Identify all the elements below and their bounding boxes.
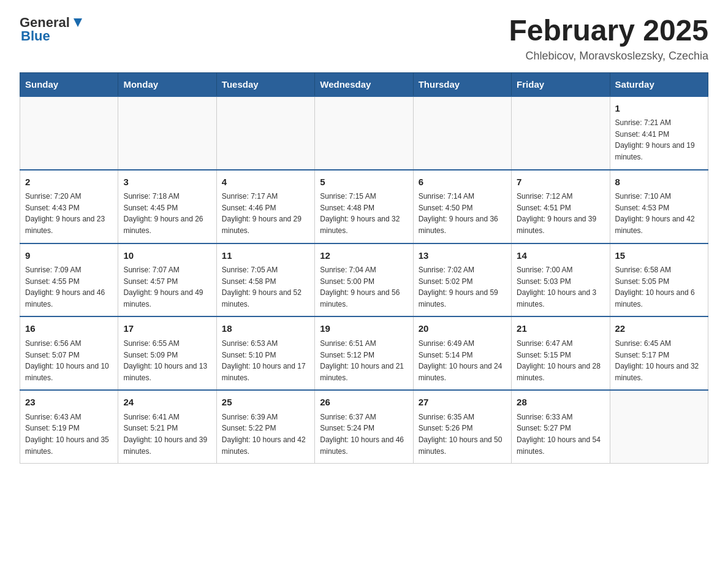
day-number: 27 bbox=[419, 396, 506, 410]
day-number: 9 bbox=[25, 249, 113, 263]
day-info: Sunrise: 6:55 AMSunset: 5:09 PMDaylight:… bbox=[123, 338, 211, 383]
calendar-cell: 21Sunrise: 6:47 AMSunset: 5:15 PMDayligh… bbox=[512, 316, 610, 390]
day-number: 21 bbox=[517, 322, 604, 336]
calendar-cell: 25Sunrise: 6:39 AMSunset: 5:22 PMDayligh… bbox=[216, 390, 314, 463]
calendar-cell: 26Sunrise: 6:37 AMSunset: 5:24 PMDayligh… bbox=[315, 390, 413, 463]
month-title: February 2025 bbox=[509, 15, 708, 47]
day-info: Sunrise: 7:00 AMSunset: 5:03 PMDaylight:… bbox=[517, 264, 604, 310]
week-row-4: 16Sunrise: 6:56 AMSunset: 5:07 PMDayligh… bbox=[20, 316, 708, 390]
day-number: 8 bbox=[615, 175, 703, 190]
calendar-cell: 19Sunrise: 6:51 AMSunset: 5:12 PMDayligh… bbox=[315, 316, 413, 390]
calendar-cell: 8Sunrise: 7:10 AMSunset: 4:53 PMDaylight… bbox=[610, 170, 708, 243]
day-number: 1 bbox=[615, 102, 703, 116]
calendar-cell: 23Sunrise: 6:43 AMSunset: 5:19 PMDayligh… bbox=[20, 390, 118, 463]
day-info: Sunrise: 6:37 AMSunset: 5:24 PMDaylight:… bbox=[320, 412, 408, 457]
svg-marker-0 bbox=[74, 18, 82, 27]
day-info: Sunrise: 7:05 AMSunset: 4:58 PMDaylight:… bbox=[222, 264, 309, 310]
calendar-cell: 18Sunrise: 6:53 AMSunset: 5:10 PMDayligh… bbox=[216, 316, 314, 390]
day-info: Sunrise: 7:17 AMSunset: 4:46 PMDaylight:… bbox=[222, 191, 309, 236]
calendar-cell bbox=[20, 96, 118, 170]
week-row-1: 1Sunrise: 7:21 AMSunset: 4:41 PMDaylight… bbox=[20, 96, 708, 170]
day-number: 20 bbox=[419, 322, 506, 336]
day-number: 7 bbox=[517, 175, 604, 190]
calendar-cell bbox=[315, 96, 413, 170]
calendar-cell: 2Sunrise: 7:20 AMSunset: 4:43 PMDaylight… bbox=[20, 170, 118, 243]
week-row-2: 2Sunrise: 7:20 AMSunset: 4:43 PMDaylight… bbox=[20, 170, 708, 243]
weekday-header-row: SundayMondayTuesdayWednesdayThursdayFrid… bbox=[20, 72, 708, 96]
title-section: February 2025 Chlebicov, Moravskoslezsky… bbox=[509, 15, 708, 63]
week-row-5: 23Sunrise: 6:43 AMSunset: 5:19 PMDayligh… bbox=[20, 390, 708, 463]
day-info: Sunrise: 7:15 AMSunset: 4:48 PMDaylight:… bbox=[320, 191, 408, 236]
day-number: 11 bbox=[222, 249, 309, 263]
calendar-cell: 15Sunrise: 6:58 AMSunset: 5:05 PMDayligh… bbox=[610, 243, 708, 317]
weekday-header-thursday: Thursday bbox=[413, 72, 511, 96]
calendar-cell: 14Sunrise: 7:00 AMSunset: 5:03 PMDayligh… bbox=[512, 243, 610, 317]
calendar-cell bbox=[216, 96, 314, 170]
calendar-cell bbox=[118, 96, 216, 170]
weekday-header-tuesday: Tuesday bbox=[216, 72, 314, 96]
logo-blue-text: Blue bbox=[21, 28, 50, 44]
page-header: General Blue February 2025 Chlebicov, Mo… bbox=[20, 15, 708, 63]
calendar-cell: 22Sunrise: 6:45 AMSunset: 5:17 PMDayligh… bbox=[610, 316, 708, 390]
calendar-cell: 11Sunrise: 7:05 AMSunset: 4:58 PMDayligh… bbox=[216, 243, 314, 317]
day-number: 19 bbox=[320, 322, 408, 336]
day-number: 18 bbox=[222, 322, 309, 336]
calendar-cell: 12Sunrise: 7:04 AMSunset: 5:00 PMDayligh… bbox=[315, 243, 413, 317]
day-number: 13 bbox=[419, 249, 506, 263]
day-info: Sunrise: 6:35 AMSunset: 5:26 PMDaylight:… bbox=[419, 412, 506, 457]
weekday-header-friday: Friday bbox=[512, 72, 610, 96]
day-number: 28 bbox=[517, 396, 604, 410]
calendar-cell: 28Sunrise: 6:33 AMSunset: 5:27 PMDayligh… bbox=[512, 390, 610, 463]
calendar-cell bbox=[610, 390, 708, 463]
weekday-header-wednesday: Wednesday bbox=[315, 72, 413, 96]
weekday-header-monday: Monday bbox=[118, 72, 216, 96]
day-info: Sunrise: 7:07 AMSunset: 4:57 PMDaylight:… bbox=[123, 264, 211, 310]
day-info: Sunrise: 7:10 AMSunset: 4:53 PMDaylight:… bbox=[615, 191, 703, 236]
day-number: 6 bbox=[419, 175, 506, 190]
day-number: 2 bbox=[25, 175, 113, 190]
location-title: Chlebicov, Moravskoslezsky, Czechia bbox=[509, 50, 708, 63]
day-number: 17 bbox=[123, 322, 211, 336]
day-info: Sunrise: 6:49 AMSunset: 5:14 PMDaylight:… bbox=[419, 338, 506, 383]
day-number: 22 bbox=[615, 322, 703, 336]
day-info: Sunrise: 6:53 AMSunset: 5:10 PMDaylight:… bbox=[222, 338, 309, 383]
day-info: Sunrise: 6:41 AMSunset: 5:21 PMDaylight:… bbox=[123, 412, 211, 457]
day-number: 12 bbox=[320, 249, 408, 263]
day-info: Sunrise: 6:33 AMSunset: 5:27 PMDaylight:… bbox=[517, 412, 604, 457]
logo: General Blue bbox=[20, 15, 85, 44]
day-number: 24 bbox=[123, 396, 211, 410]
calendar-cell: 16Sunrise: 6:56 AMSunset: 5:07 PMDayligh… bbox=[20, 316, 118, 390]
day-info: Sunrise: 7:04 AMSunset: 5:00 PMDaylight:… bbox=[320, 264, 408, 310]
day-number: 4 bbox=[222, 175, 309, 190]
day-info: Sunrise: 6:45 AMSunset: 5:17 PMDaylight:… bbox=[615, 338, 703, 383]
day-info: Sunrise: 7:21 AMSunset: 4:41 PMDaylight:… bbox=[615, 117, 703, 163]
calendar-cell: 17Sunrise: 6:55 AMSunset: 5:09 PMDayligh… bbox=[118, 316, 216, 390]
day-info: Sunrise: 6:51 AMSunset: 5:12 PMDaylight:… bbox=[320, 338, 408, 383]
day-number: 14 bbox=[517, 249, 604, 263]
day-number: 5 bbox=[320, 175, 408, 190]
calendar-cell bbox=[512, 96, 610, 170]
week-row-3: 9Sunrise: 7:09 AMSunset: 4:55 PMDaylight… bbox=[20, 243, 708, 317]
day-number: 26 bbox=[320, 396, 408, 410]
calendar-table: SundayMondayTuesdayWednesdayThursdayFrid… bbox=[20, 72, 708, 464]
calendar-cell: 24Sunrise: 6:41 AMSunset: 5:21 PMDayligh… bbox=[118, 390, 216, 463]
day-info: Sunrise: 7:18 AMSunset: 4:45 PMDaylight:… bbox=[123, 191, 211, 236]
calendar-cell: 1Sunrise: 7:21 AMSunset: 4:41 PMDaylight… bbox=[610, 96, 708, 170]
day-number: 3 bbox=[123, 175, 211, 190]
logo-arrow-icon bbox=[71, 16, 85, 29]
calendar-cell: 4Sunrise: 7:17 AMSunset: 4:46 PMDaylight… bbox=[216, 170, 314, 243]
day-number: 15 bbox=[615, 249, 703, 263]
day-number: 10 bbox=[123, 249, 211, 263]
calendar-cell: 10Sunrise: 7:07 AMSunset: 4:57 PMDayligh… bbox=[118, 243, 216, 317]
day-info: Sunrise: 7:02 AMSunset: 5:02 PMDaylight:… bbox=[419, 264, 506, 310]
calendar-cell: 6Sunrise: 7:14 AMSunset: 4:50 PMDaylight… bbox=[413, 170, 511, 243]
day-info: Sunrise: 6:39 AMSunset: 5:22 PMDaylight:… bbox=[222, 412, 309, 457]
day-info: Sunrise: 7:14 AMSunset: 4:50 PMDaylight:… bbox=[419, 191, 506, 236]
day-info: Sunrise: 6:56 AMSunset: 5:07 PMDaylight:… bbox=[25, 338, 113, 383]
weekday-header-sunday: Sunday bbox=[20, 72, 118, 96]
day-info: Sunrise: 6:47 AMSunset: 5:15 PMDaylight:… bbox=[517, 338, 604, 383]
calendar-cell: 9Sunrise: 7:09 AMSunset: 4:55 PMDaylight… bbox=[20, 243, 118, 317]
calendar-cell: 27Sunrise: 6:35 AMSunset: 5:26 PMDayligh… bbox=[413, 390, 511, 463]
calendar-cell: 5Sunrise: 7:15 AMSunset: 4:48 PMDaylight… bbox=[315, 170, 413, 243]
day-number: 16 bbox=[25, 322, 113, 336]
